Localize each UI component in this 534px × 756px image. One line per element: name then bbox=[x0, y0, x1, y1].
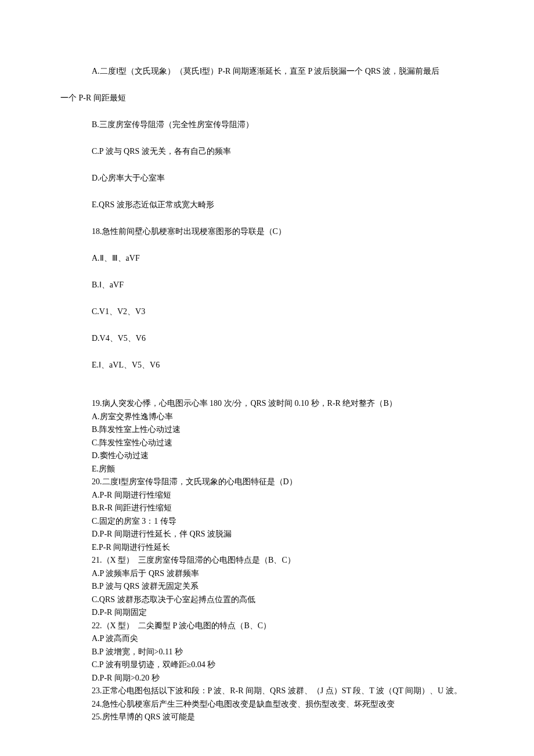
text-line: C.固定的房室 3：1 传导 bbox=[0, 517, 534, 525]
text-line: C.QRS 波群形态取决于心室起搏点位置的高低 bbox=[0, 596, 534, 604]
text-line: D.窦性心动过速 bbox=[0, 452, 534, 460]
text-line: 一个 P-R 间距最短 bbox=[0, 94, 534, 102]
text-line: 22.（X 型） 二尖瓣型 P 波心电图的特点（B、C） bbox=[0, 622, 534, 630]
text-line: E.QRS 波形态近似正常或宽大畸形 bbox=[0, 201, 534, 209]
text-line: E.Ⅰ、aVL、V5、V6 bbox=[0, 361, 534, 369]
text-line: A.P-R 间期进行性缩短 bbox=[0, 491, 534, 499]
text-line: C.P 波与 QRS 波无关，各有自己的频率 bbox=[0, 147, 534, 156]
text-line: C.P 波有明显切迹，双峰距≥0.04 秒 bbox=[0, 661, 534, 669]
section-gap bbox=[0, 388, 534, 399]
text-line: D.V4、V5、V6 bbox=[0, 334, 534, 343]
text-line: D.P-R 间期进行性延长，伴 QRS 波脱漏 bbox=[0, 530, 534, 538]
text-line: 20.二度Ⅰ型房室传导阻滞，文氏现象的心电图特征是（D） bbox=[0, 478, 534, 486]
text-line: C.阵发性室性心动过速 bbox=[0, 439, 534, 447]
text-line: E.房颤 bbox=[0, 465, 534, 473]
text-line: A.Ⅱ、Ⅲ、aVF bbox=[0, 254, 534, 262]
text-line: B.阵发性室上性心动过速 bbox=[0, 426, 534, 434]
text-line: B.P 波增宽，时间>0.11 秒 bbox=[0, 648, 534, 656]
text-line: D.P-R 间期>0.20 秒 bbox=[0, 674, 534, 682]
text-line: E.P-R 间期进行性延长 bbox=[0, 543, 534, 552]
text-line: 23.正常心电图包括以下波和段：P 波、R-R 间期、QRS 波群、（J 点）S… bbox=[0, 687, 534, 695]
text-line: B.三度房室传导阻滞（完全性房室传导阻滞） bbox=[0, 121, 534, 129]
text-line: A.房室交界性逸博心率 bbox=[0, 413, 534, 421]
text-line: D.心房率大于心室率 bbox=[0, 174, 534, 182]
text-line: C.V1、V2、V3 bbox=[0, 308, 534, 316]
text-line: B.Ⅰ、aVF bbox=[0, 281, 534, 289]
text-line: 21.（X 型） 三度房室传导阻滞的心电图特点是（B、C） bbox=[0, 556, 534, 564]
text-line: B.R-R 间距进行性缩短 bbox=[0, 504, 534, 512]
text-line: 25.房性早博的 QRS 波可能是 bbox=[0, 713, 534, 721]
spaced-block: A.二度Ⅰ型（文氏现象）（莫氏Ⅰ型）P-R 间期逐渐延长，直至 P 波后脱漏一个… bbox=[0, 67, 534, 369]
text-line: A.二度Ⅰ型（文氏现象）（莫氏Ⅰ型）P-R 间期逐渐延长，直至 P 波后脱漏一个… bbox=[0, 67, 534, 75]
text-line: D.P-R 间期固定 bbox=[0, 609, 534, 617]
text-line: 24.急性心肌梗塞后产生三种类型心电图改变是缺血型改变、损伤型改变、坏死型改变 bbox=[0, 700, 534, 708]
text-line: 18.急性前间壁心肌梗塞时出现梗塞图形的导联是（C） bbox=[0, 228, 534, 236]
text-line: 19.病人突发心悸，心电图示心率 180 次/分，QRS 波时间 0.10 秒，… bbox=[0, 399, 534, 408]
text-line: B.P 波与 QRS 波群无固定关系 bbox=[0, 582, 534, 591]
text-line: A.P 波频率后于 QRS 波群频率 bbox=[0, 570, 534, 578]
tight-block: 19.病人突发心悸，心电图示心率 180 次/分，QRS 波时间 0.10 秒，… bbox=[0, 399, 534, 721]
document-page: A.二度Ⅰ型（文氏现象）（莫氏Ⅰ型）P-R 间期逐渐延长，直至 P 波后脱漏一个… bbox=[0, 0, 534, 756]
text-line: A.P 波高而尖 bbox=[0, 635, 534, 643]
